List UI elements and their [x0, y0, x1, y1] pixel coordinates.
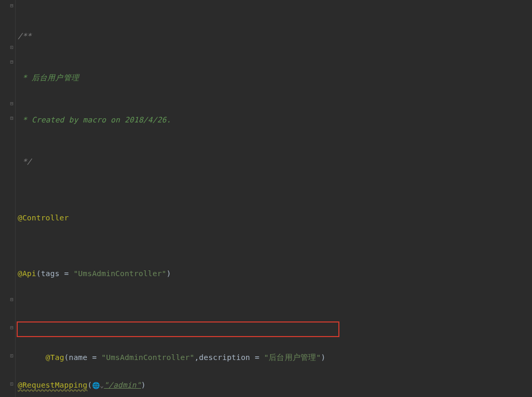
text: (name =	[64, 353, 101, 362]
text: )	[167, 269, 171, 278]
text: )	[321, 353, 325, 362]
string: "后台用户管理"	[264, 353, 321, 362]
fold-toggle[interactable]: ⊟	[9, 116, 14, 120]
fold-toggle[interactable]: ⊟	[9, 297, 14, 302]
fold-toggle[interactable]: ⊟	[9, 59, 14, 64]
string: "UmsAdminController"	[73, 269, 167, 278]
fold-toggle[interactable]: ⊟	[9, 101, 14, 106]
annotation-requestmapping: @RequestMapping	[18, 381, 87, 389]
text: (	[87, 381, 92, 389]
fold-toggle[interactable]: ⊡	[9, 353, 14, 358]
gutter: ⊟ ⊡ ⊟ ⊟ ⊟ ⊟ ⊟ ⊡ ⊡	[0, 0, 16, 397]
text: (tags =	[36, 269, 73, 278]
text: )	[141, 381, 146, 389]
string: "UmsAdminController"	[102, 353, 195, 362]
highlight-box	[17, 321, 339, 337]
comment: /**	[18, 32, 32, 40]
comment: * Created by macro on 2018/4/26.	[18, 116, 171, 124]
comment: * 后台用户管理	[18, 73, 79, 82]
code-editor: ⊟ ⊡ ⊟ ⊟ ⊟ ⊟ ⊟ ⊡ ⊡ /** * 后台用户管理 * Created…	[0, 0, 532, 397]
chevron-down-icon[interactable]: ⌄	[100, 382, 104, 389]
fold-toggle[interactable]: ⊟	[9, 3, 14, 8]
fold-toggle[interactable]: ⊡	[9, 381, 14, 386]
annotation-api: @Api	[18, 269, 36, 278]
globe-icon[interactable]: 🌐	[92, 382, 100, 389]
fold-toggle[interactable]: ⊡	[9, 45, 14, 49]
url-link[interactable]: "/admin"	[104, 381, 141, 389]
comment: */	[18, 157, 32, 166]
fold-toggle[interactable]: ⊟	[9, 325, 14, 330]
text: ,description =	[194, 353, 264, 362]
annotation-controller: @Controller	[18, 214, 69, 222]
annotation-tag: @Tag	[46, 353, 65, 362]
code-area[interactable]: /** * 后台用户管理 * Created by macro on 2018/…	[16, 0, 532, 397]
